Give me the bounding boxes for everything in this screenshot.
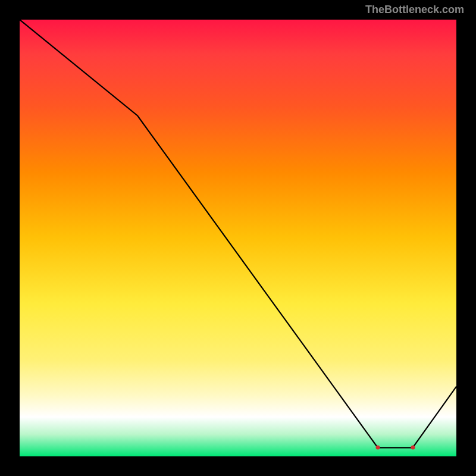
chart-line [20, 20, 456, 456]
watermark-text: TheBottleneck.com [365, 4, 464, 16]
chart-data-point-end [411, 446, 415, 450]
chart-plot-area [20, 20, 456, 456]
chart-data-point-start [375, 446, 380, 450]
